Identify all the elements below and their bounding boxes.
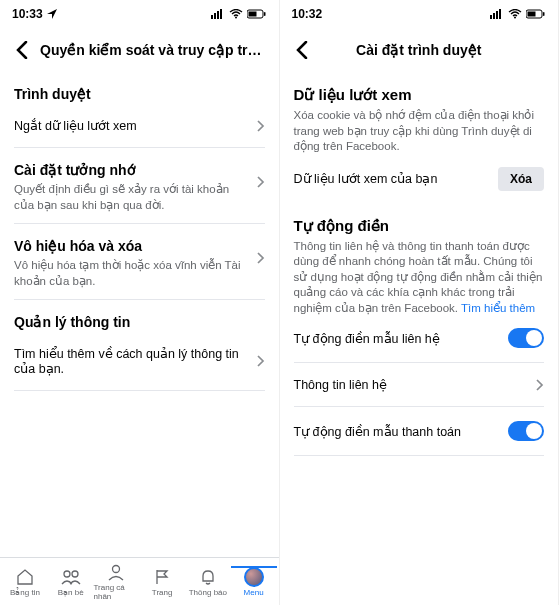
svg-rect-14 xyxy=(499,9,501,19)
svg-rect-11 xyxy=(490,15,492,19)
svg-point-9 xyxy=(72,571,78,577)
row-label: Ngắt dữ liệu lướt xem xyxy=(14,118,137,133)
section-autofill: Tự động điền Thông tin liên hệ và thông … xyxy=(294,217,545,317)
page-title: Cài đặt trình duyệt xyxy=(314,42,549,58)
chevron-right-icon xyxy=(257,120,265,132)
section-browsing-data: Dữ liệu lướt xem Xóa cookie và bộ nhớ đệ… xyxy=(294,86,545,155)
divider xyxy=(14,299,265,300)
row-label: Tự động điền mẫu liên hệ xyxy=(294,331,440,346)
nav-bar: Quyền kiểm soát và truy cập trang cá nh.… xyxy=(0,28,279,72)
newsfeed-icon xyxy=(16,567,34,587)
section-title: Trình duyệt xyxy=(14,86,265,102)
avatar-icon xyxy=(244,567,264,587)
row-contact-info[interactable]: Thông tin liên hệ xyxy=(294,365,545,404)
svg-point-10 xyxy=(113,566,120,573)
section-browser: Trình duyệt xyxy=(14,86,265,102)
svg-point-15 xyxy=(514,17,516,19)
section-manage-info: Quản lý thông tin xyxy=(14,314,265,330)
row-label: Tự động điền mẫu thanh toán xyxy=(294,424,462,439)
tab-label: Trang cá nhân xyxy=(94,583,140,601)
section-title: Vô hiệu hóa và xóa xyxy=(14,238,249,254)
row-autofill-payment-form: Tự động điền mẫu thanh toán xyxy=(294,409,545,453)
section-description: Xóa cookie và bộ nhớ đệm của điện thoại … xyxy=(294,108,545,155)
toggle-autofill-contact[interactable] xyxy=(508,328,544,348)
row-learn-more[interactable]: Tìm hiểu thêm về cách quản lý thông tin … xyxy=(14,334,265,388)
divider xyxy=(294,362,545,363)
profile-icon xyxy=(107,562,125,582)
svg-rect-3 xyxy=(220,9,222,19)
tab-indicator xyxy=(231,566,277,568)
screen-privacy: 10:33 Quyền kiểm soát và truy cập trang … xyxy=(0,0,280,605)
friends-icon xyxy=(61,567,81,587)
row-label: Thông tin liên hệ xyxy=(294,377,387,392)
section-memorialization[interactable]: Cài đặt tưởng nhớ Quyết định điều gì sẽ … xyxy=(14,162,265,213)
learn-more-link[interactable]: Tìm hiểu thêm xyxy=(461,302,535,314)
section-title: Cài đặt tưởng nhớ xyxy=(14,162,249,178)
svg-point-4 xyxy=(235,17,237,19)
row-clear-browsing[interactable]: Ngắt dữ liệu lướt xem xyxy=(14,106,265,145)
status-icons xyxy=(490,9,546,19)
tab-friends[interactable]: Bạn bè xyxy=(48,567,94,597)
divider xyxy=(294,455,545,456)
tab-pages[interactable]: Trang xyxy=(139,567,185,597)
tab-label: Menu xyxy=(244,588,264,597)
section-sub: Vô hiệu hóa tạm thời hoặc xóa vĩnh viễn … xyxy=(14,258,249,289)
tab-label: Thông báo xyxy=(189,588,227,597)
section-sub: Quyết định điều gì sẽ xảy ra với tài kho… xyxy=(14,182,249,213)
chevron-right-icon xyxy=(257,176,265,188)
content: Dữ liệu lướt xem Xóa cookie và bộ nhớ đệ… xyxy=(280,72,559,605)
tab-menu[interactable]: Menu xyxy=(231,567,277,597)
tab-label: Trang xyxy=(152,588,173,597)
tab-label: Bạn bè xyxy=(58,588,84,597)
section-title: Dữ liệu lướt xem xyxy=(294,86,545,104)
divider xyxy=(294,406,545,407)
chevron-right-icon xyxy=(536,379,544,391)
status-time: 10:33 xyxy=(12,7,43,21)
svg-rect-7 xyxy=(264,12,266,16)
divider xyxy=(14,390,265,391)
status-bar: 10:33 xyxy=(0,0,279,28)
svg-rect-12 xyxy=(493,13,495,19)
svg-rect-2 xyxy=(217,11,219,19)
svg-rect-17 xyxy=(528,12,536,17)
screen-browser-settings: 10:32 Cài đặt trình duyệt Dữ liệu lướt x… xyxy=(280,0,560,605)
tab-profile[interactable]: Trang cá nhân xyxy=(94,562,140,601)
svg-rect-6 xyxy=(248,12,256,17)
flag-icon xyxy=(153,567,171,587)
status-time: 10:32 xyxy=(292,7,323,21)
chevron-right-icon xyxy=(257,252,265,264)
svg-rect-0 xyxy=(211,15,213,19)
toggle-autofill-payment[interactable] xyxy=(508,421,544,441)
status-bar: 10:32 xyxy=(280,0,559,28)
svg-rect-13 xyxy=(496,11,498,19)
row-label: Dữ liệu lướt xem của bạn xyxy=(294,171,438,186)
row-label: Tìm hiểu thêm về cách quản lý thông tin … xyxy=(14,346,257,376)
tab-bar: Bảng tin Bạn bè Trang cá nhân Trang Thôn… xyxy=(0,557,279,605)
svg-rect-1 xyxy=(214,13,216,19)
tab-notifications[interactable]: Thông báo xyxy=(185,567,231,597)
nav-bar: Cài đặt trình duyệt xyxy=(280,28,559,72)
location-icon xyxy=(47,9,57,19)
section-description: Thông tin liên hệ và thông tin thanh toá… xyxy=(294,239,545,317)
row-your-browsing-data: Dữ liệu lướt xem của bạn Xóa xyxy=(294,155,545,203)
tab-label: Bảng tin xyxy=(10,588,40,597)
back-button[interactable] xyxy=(290,38,314,62)
page-title: Quyền kiểm soát và truy cập trang cá nh.… xyxy=(34,42,269,58)
svg-rect-18 xyxy=(543,12,545,16)
section-title: Tự động điền xyxy=(294,217,545,235)
section-title: Quản lý thông tin xyxy=(14,314,265,330)
section-deactivate[interactable]: Vô hiệu hóa và xóa Vô hiệu hóa tạm thời … xyxy=(14,238,265,289)
divider xyxy=(14,223,265,224)
tab-newsfeed[interactable]: Bảng tin xyxy=(2,567,48,597)
bell-icon xyxy=(199,567,217,587)
divider xyxy=(14,147,265,148)
svg-point-8 xyxy=(64,571,70,577)
back-button[interactable] xyxy=(10,38,34,62)
status-icons xyxy=(211,9,267,19)
clear-button[interactable]: Xóa xyxy=(498,167,544,191)
chevron-right-icon xyxy=(257,355,265,367)
row-autofill-contact-form: Tự động điền mẫu liên hệ xyxy=(294,316,545,360)
content: Trình duyệt Ngắt dữ liệu lướt xem Cài đặ… xyxy=(0,72,279,557)
